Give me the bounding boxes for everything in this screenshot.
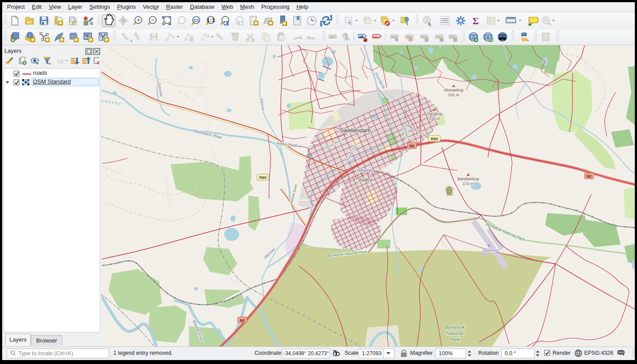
svg-text:Swellendam: Swellendam	[340, 127, 371, 134]
svg-text:✱: ✱	[31, 37, 34, 42]
svg-text:✱: ✱	[254, 21, 258, 25]
svg-text:Park: Park	[450, 337, 460, 342]
svg-text:ε: ε	[57, 57, 60, 64]
svg-text:✱: ✱	[89, 37, 92, 42]
svg-text:Bontebok: Bontebok	[445, 324, 465, 330]
svg-text:abc: abc	[373, 35, 379, 39]
svg-text:ab: ab	[359, 35, 364, 39]
svg-text:✱: ✱	[74, 37, 78, 42]
svg-text:N2: N2	[586, 174, 592, 178]
svg-text:Σ: Σ	[473, 15, 479, 26]
svg-text:174 m: 174 m	[462, 182, 473, 186]
svg-text:R60: R60	[259, 175, 267, 180]
svg-text:+: +	[137, 17, 140, 23]
svg-text:✱: ✱	[60, 37, 63, 42]
svg-text:Swellendam: Swellendam	[482, 248, 499, 252]
svg-text:✱: ✱	[283, 21, 286, 26]
svg-text:N2: N2	[409, 144, 415, 148]
svg-text:✱: ✱	[105, 37, 108, 42]
svg-text:✱: ✱	[45, 37, 49, 42]
svg-text:231 m: 231 m	[448, 93, 459, 97]
svg-text:1:1: 1:1	[207, 17, 215, 23]
svg-text:▭: ▭	[193, 17, 199, 23]
svg-text:−: −	[151, 17, 155, 23]
svg-text:Bandietskop: Bandietskop	[457, 177, 479, 181]
svg-text:abc: abc	[330, 36, 335, 39]
svg-text:218 m: 218 m	[429, 116, 440, 121]
svg-text:Railton: Railton	[358, 177, 373, 182]
svg-text:N2: N2	[240, 318, 245, 323]
svg-text:?: ?	[544, 34, 547, 40]
svg-text:✱: ✱	[269, 21, 272, 25]
svg-text:Skurwekop: Skurwekop	[444, 88, 464, 92]
svg-text:Swellendam: Swellendam	[357, 169, 373, 172]
svg-text:a: a	[90, 20, 93, 25]
svg-text:Gangkop: Gangkop	[426, 112, 443, 116]
svg-text:>: >	[527, 38, 529, 42]
svg-text:R60: R60	[431, 137, 438, 141]
svg-text:National: National	[447, 331, 464, 336]
svg-text:✱: ✱	[58, 21, 62, 25]
